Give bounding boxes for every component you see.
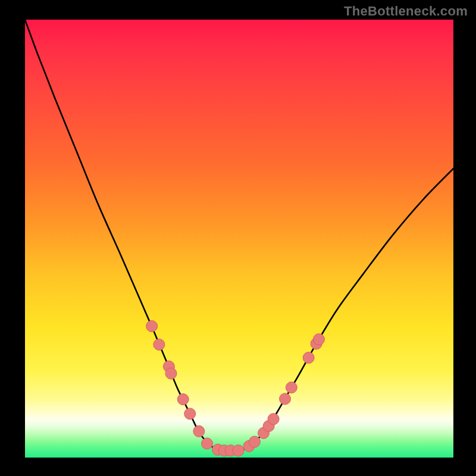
marker-left-6 xyxy=(184,408,196,419)
marker-left-8 xyxy=(202,438,213,449)
marker-right-6 xyxy=(280,393,291,405)
marker-left-2 xyxy=(154,339,165,350)
watermark-text: TheBottleneck.com xyxy=(344,4,468,19)
curve-markers xyxy=(146,321,325,456)
marker-right-5 xyxy=(268,414,279,425)
marker-right-2 xyxy=(249,436,260,447)
marker-left-5 xyxy=(177,394,189,405)
plot-svg xyxy=(25,20,453,458)
plot-area xyxy=(25,20,453,458)
marker-left-1 xyxy=(146,321,158,332)
marker-left-7 xyxy=(193,425,205,437)
bottleneck-curve xyxy=(25,20,453,451)
marker-floor-4 xyxy=(233,445,244,456)
marker-right-8 xyxy=(303,352,314,364)
marker-right-10 xyxy=(313,334,324,345)
chart-stage: TheBottleneck.com xyxy=(0,0,476,476)
marker-left-4 xyxy=(165,368,177,379)
marker-right-7 xyxy=(286,382,297,393)
